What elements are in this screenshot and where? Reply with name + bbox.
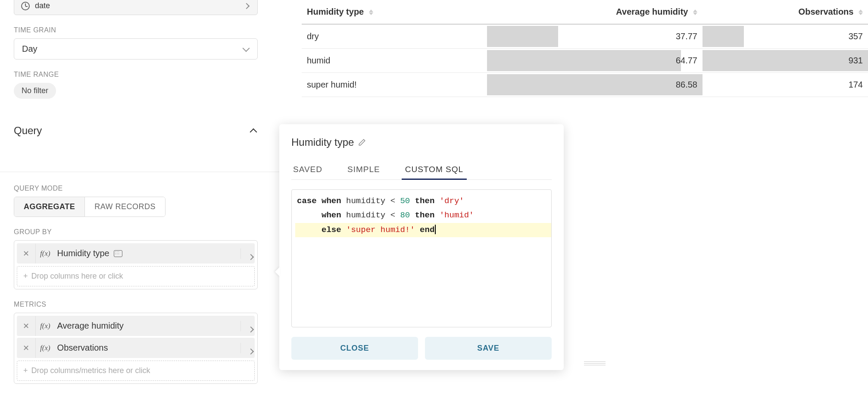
- metrics-drop-zone[interactable]: + Drop columns/metrics here or click: [17, 361, 255, 381]
- query-mode-aggregate[interactable]: AGGREGATE: [14, 197, 85, 217]
- column-editor-popup: Humidity type SAVED SIMPLE CUSTOM SQL ca…: [279, 124, 564, 370]
- sort-icon: [369, 9, 373, 15]
- time-grain-value: Day: [22, 44, 37, 54]
- expand-chip-button[interactable]: [240, 343, 255, 353]
- remove-chip-button[interactable]: ✕: [17, 244, 36, 264]
- query-mode-raw[interactable]: RAW RECORDS: [85, 197, 165, 217]
- sort-icon: [693, 9, 697, 15]
- remove-chip-button[interactable]: ✕: [17, 338, 36, 358]
- time-range-pill[interactable]: No filter: [14, 83, 56, 99]
- results-table: Humidity type Average humidity Observati…: [302, 0, 868, 97]
- plus-icon: +: [23, 272, 28, 281]
- cell-obs: 174: [703, 72, 868, 97]
- fx-icon: f(x): [36, 317, 55, 336]
- chevron-up-icon: [250, 127, 258, 135]
- cell-label: super humid!: [302, 72, 487, 97]
- groupby-label: GROUP BY: [14, 228, 258, 236]
- chip-label: Humidity type: [57, 248, 109, 258]
- metric-chip-observations[interactable]: ✕ f(x) Observations: [17, 338, 255, 358]
- drop-zone-text: Drop columns/metrics here or click: [31, 366, 150, 375]
- col-header-avg-humidity[interactable]: Average humidity: [487, 0, 703, 24]
- remove-chip-button[interactable]: ✕: [17, 316, 36, 336]
- sql-editor[interactable]: case when humidity < 50 then 'dry' when …: [291, 189, 552, 327]
- resize-handle[interactable]: [582, 361, 608, 365]
- popup-tabs: SAVED SIMPLE CUSTOM SQL: [291, 160, 552, 180]
- cell-obs: 357: [703, 24, 868, 48]
- table-row: dry37.77357: [302, 24, 868, 48]
- tab-saved[interactable]: SAVED: [291, 160, 324, 179]
- drop-zone-text: Drop columns here or click: [31, 272, 123, 281]
- edit-icon[interactable]: [358, 138, 366, 146]
- table-row: humid64.77931: [302, 48, 868, 72]
- time-range-value: No filter: [22, 86, 48, 95]
- cell-avg: 64.77: [487, 48, 703, 72]
- time-grain-select[interactable]: Day: [14, 38, 258, 60]
- chevron-right-icon: [244, 3, 250, 9]
- time-column-field[interactable]: date: [14, 0, 258, 15]
- expand-chip-button[interactable]: [240, 248, 255, 259]
- query-mode-toggle: AGGREGATE RAW RECORDS: [14, 197, 165, 217]
- popup-title: Humidity type: [291, 136, 354, 148]
- cell-avg: 86.58: [487, 72, 703, 97]
- chip-label: Average humidity: [57, 321, 124, 331]
- col-header-observations[interactable]: Observations: [703, 0, 868, 24]
- fx-icon: f(x): [36, 339, 55, 358]
- metrics-container: ✕ f(x) Average humidity ✕ f(x) Observati…: [14, 313, 258, 384]
- cell-avg: 37.77: [487, 24, 703, 48]
- query-section-header[interactable]: Query: [14, 112, 258, 145]
- fx-icon: f(x): [36, 244, 55, 263]
- chip-label: Observations: [57, 343, 108, 353]
- text-cursor: [435, 225, 436, 234]
- time-range-label: TIME RANGE: [14, 71, 258, 78]
- time-column-value: date: [35, 1, 50, 10]
- results-table-area: Humidity type Average humidity Observati…: [302, 0, 868, 97]
- cell-label: dry: [302, 24, 487, 48]
- query-header-text: Query: [14, 125, 42, 137]
- plus-icon: +: [23, 366, 28, 375]
- cell-label: humid: [302, 48, 487, 72]
- sql-expression-icon: [114, 250, 122, 257]
- close-button[interactable]: CLOSE: [291, 337, 418, 360]
- chevron-down-icon: [243, 46, 250, 53]
- groupby-container: ✕ f(x) Humidity type + Drop columns here…: [14, 240, 258, 289]
- clock-icon: [21, 2, 30, 10]
- expand-chip-button[interactable]: [240, 321, 255, 331]
- query-mode-label: QUERY MODE: [14, 185, 258, 192]
- popup-title-row: Humidity type: [291, 136, 552, 148]
- tab-simple[interactable]: SIMPLE: [346, 160, 382, 179]
- metric-chip-avg-humidity[interactable]: ✕ f(x) Average humidity: [17, 316, 255, 336]
- tab-custom-sql[interactable]: CUSTOM SQL: [403, 160, 465, 179]
- col-header-humidity-type[interactable]: Humidity type: [302, 0, 487, 24]
- sort-icon: [859, 9, 863, 15]
- cell-obs: 931: [703, 48, 868, 72]
- time-grain-label: TIME GRAIN: [14, 26, 258, 34]
- table-row: super humid!86.58174: [302, 72, 868, 97]
- metrics-label: METRICS: [14, 301, 258, 308]
- divider: [0, 172, 280, 172]
- groupby-chip-humidity-type[interactable]: ✕ f(x) Humidity type: [17, 243, 255, 264]
- groupby-drop-zone[interactable]: + Drop columns here or click: [17, 266, 255, 286]
- save-button[interactable]: SAVE: [425, 337, 552, 360]
